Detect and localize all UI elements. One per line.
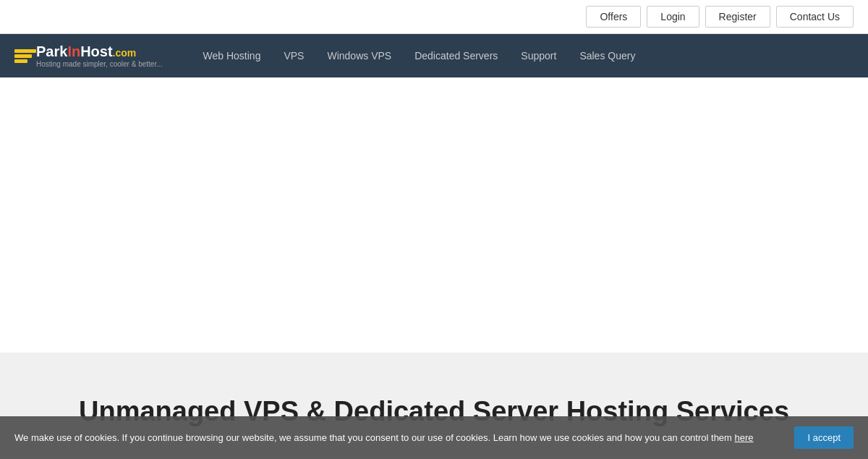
- cookie-accept-button[interactable]: I accept: [794, 426, 854, 449]
- logo-dot: .com: [113, 47, 137, 59]
- logo-park: Park: [36, 43, 67, 59]
- offers-button[interactable]: Offers: [586, 6, 641, 28]
- nav-dedicated-servers-link[interactable]: Dedicated Servers: [403, 35, 509, 76]
- nav-windows-vps-link[interactable]: Windows VPS: [315, 35, 403, 76]
- logo-host: Host: [80, 43, 112, 59]
- nav-vps-link[interactable]: VPS: [272, 35, 315, 76]
- contact-us-button[interactable]: Contact Us: [776, 6, 854, 28]
- nav-item-sales-query: Sales Query: [568, 35, 647, 76]
- nav-support-link[interactable]: Support: [509, 35, 568, 76]
- register-button[interactable]: Register: [705, 6, 770, 28]
- nav-item-dedicated-servers: Dedicated Servers: [403, 35, 509, 76]
- cookie-banner: We make use of cookies. If you continue …: [0, 416, 868, 459]
- logo-main-text: ParkInHost.com: [36, 43, 136, 60]
- nav-web-hosting-link[interactable]: Web Hosting: [192, 35, 273, 76]
- nav-sales-query-link[interactable]: Sales Query: [568, 35, 647, 76]
- nav-item-windows-vps: Windows VPS: [315, 35, 403, 76]
- nav-item-web-hosting: Web Hosting: [192, 35, 273, 76]
- logo[interactable]: ParkInHost.com Hosting made simpler, coo…: [14, 43, 163, 68]
- logo-in: In: [67, 43, 80, 59]
- logo-icon: [14, 49, 36, 63]
- main-content: Unmanaged VPS & Dedicated Server Hosting…: [0, 77, 868, 456]
- cookie-link[interactable]: here: [735, 432, 754, 443]
- login-button[interactable]: Login: [647, 6, 699, 28]
- top-bar: Offers Login Register Contact Us: [0, 0, 868, 34]
- logo-tagline: Hosting made simpler, cooler & better...: [36, 60, 163, 68]
- nav-item-vps: VPS: [272, 35, 315, 76]
- logo-text-container: ParkInHost.com Hosting made simpler, coo…: [36, 43, 163, 68]
- cookie-message: We make use of cookies. If you continue …: [14, 432, 786, 443]
- nav-items: Web Hosting VPS Windows VPS Dedicated Se…: [192, 35, 647, 76]
- main-nav: ParkInHost.com Hosting made simpler, coo…: [0, 34, 868, 77]
- nav-item-support: Support: [509, 35, 568, 76]
- content-area: [0, 77, 868, 353]
